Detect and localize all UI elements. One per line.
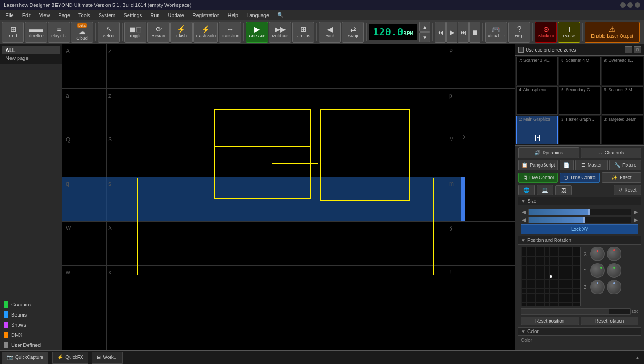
dynamics-tab[interactable]: 🔊 Dynamics [518,147,579,158]
x-knob-1[interactable] [590,247,605,261]
scanner-cell-2[interactable]: 2: Raster Graph... [559,116,600,144]
position-canvas[interactable] [521,247,581,306]
scanner-cell-1[interactable]: 1: Main Graphics [ - ] [516,116,558,144]
transport-next-icon[interactable]: ⏭ [458,22,469,43]
zone-minimize-btn[interactable]: _ [625,46,632,53]
reset-position-button[interactable]: Reset position [521,317,579,325]
scanner-cell-5[interactable]: 5: Secondary G... [559,86,600,115]
enable-laser-button[interactable]: ⚠ Enable Laser Output [585,22,640,43]
flash-solo-button[interactable]: ⚡ Flash-Solo [193,22,218,43]
menu-settings[interactable]: Settings [120,12,146,19]
scanner-cell-3[interactable]: 3: Targeted Beam [602,116,643,144]
sidebar-item-shows[interactable]: Shows [0,320,62,330]
grid-button[interactable]: ⊞ Grid [2,22,24,43]
cloud-button[interactable]: beta ☁ Cloud [71,22,93,43]
groups-button[interactable]: ⊞ Groups [292,22,314,43]
quick-fx-tab[interactable]: ⚡ QuickFX [52,352,88,364]
lock-xy-button[interactable]: Lock XY [521,224,638,234]
size-slider-2-thumb[interactable] [583,217,585,223]
size-section-header[interactable]: ▼ Size [518,197,641,205]
select-button[interactable]: ↖ Select [98,22,120,43]
bottom-arrow-icon[interactable]: ▲ [633,353,642,362]
close-btn[interactable] [635,2,640,8]
pause-button[interactable]: ⏸ Pause [558,22,580,43]
channels-tab[interactable]: ↔ Channels [581,148,642,158]
transition-button[interactable]: ↔ Transition [219,22,241,43]
swap-button[interactable]: ⇄ Swap [342,22,364,43]
restart-button[interactable]: ⟳ Restart [147,22,170,43]
reset-btn[interactable]: ↺ Reset [614,185,641,195]
globe-btn[interactable]: 🌐 [518,185,535,195]
size-slider-1[interactable] [528,209,631,215]
menu-view[interactable]: View [35,12,54,19]
sidebar-item-graphics[interactable]: Graphics [0,299,62,310]
menu-page[interactable]: Page [54,12,74,19]
center-grid[interactable]: A Z a z Q S q s W X w x P p M m § ! Σ [62,44,515,350]
sidebar-item-beams[interactable]: Beams [0,310,62,320]
zone-expand-btn[interactable]: □ [634,46,641,53]
multi-cue-button[interactable]: ▶▶ Multi cue [269,22,291,43]
scanner-cell-8[interactable]: 8: Scanner 4 M... [559,57,600,85]
one-cue-button[interactable]: ▶ One Cue [246,22,268,43]
minimize-btn[interactable] [620,2,626,8]
x-knob-2[interactable] [607,247,621,261]
zone-checkbox[interactable] [518,47,524,53]
menu-update[interactable]: Update [164,12,187,19]
sidebar-new-page[interactable]: New page [2,54,60,62]
bpm-tap-icon[interactable]: ▲ [419,22,430,32]
flash-button[interactable]: ⚡ Flash [170,22,193,43]
size-slider-1-prev-icon[interactable]: ◀ [521,209,527,215]
bpm-down-icon[interactable]: ▼ [419,32,430,42]
menu-language[interactable]: Language [243,12,273,19]
menu-edit[interactable]: Edit [18,12,35,19]
size-slider-2-next-icon[interactable]: ▶ [633,217,638,223]
transport-prev-icon[interactable]: ⏮ [435,22,446,43]
live-control-tab[interactable]: 🎛 Live Control [518,173,558,183]
menu-registration[interactable]: Registration [189,12,223,19]
fixture-tab[interactable]: 🔧 Fixture [609,160,641,170]
sidebar-all[interactable]: ALL [2,46,60,54]
transport-stop-icon[interactable]: ⏹ [469,22,480,43]
scanner-cell-4[interactable]: 4: Atmospheric ... [516,86,558,115]
doc-btn[interactable]: 📄 [560,160,574,170]
menu-tools[interactable]: Tools [75,12,94,19]
reset-rotation-button[interactable]: Reset rotation [581,317,639,325]
scanner-cell-9[interactable]: 9: Overhead s... [602,57,643,85]
size-slider-1-thumb[interactable] [588,209,590,215]
blackout-button[interactable]: ⊗ Blackout [535,22,557,43]
image-btn[interactable]: 🖼 [555,185,572,195]
size-slider-2-prev-icon[interactable]: ◀ [521,217,527,223]
y-knob-1[interactable] [590,263,605,278]
menu-file[interactable]: File [2,12,18,19]
z-knob-2[interactable] [607,280,621,294]
y-knob-2[interactable] [607,263,621,278]
scanner-cell-6[interactable]: 6: Scanner 2 M... [602,86,643,115]
menu-system[interactable]: System [95,12,119,19]
workspace-tab[interactable]: ⊞ Work... [92,352,122,364]
pixel-slider[interactable] [521,308,631,315]
size-slider-2[interactable] [528,217,631,223]
position-section-header[interactable]: ▼ Position and Rotation [518,236,641,245]
quick-capture-tab[interactable]: 📷 QuickCapture [2,352,48,364]
effect-tab[interactable]: ✨ Effect [602,172,641,183]
maximize-btn[interactable] [627,2,633,8]
time-control-tab[interactable]: ⏱ Time Control [560,173,599,183]
master-tab[interactable]: ☰ Master [575,160,607,170]
transport-play-icon[interactable]: ▶ [446,22,457,43]
help-button[interactable]: ? Help [508,22,530,43]
sidebar-item-dmx[interactable]: DMX [0,330,62,340]
virtual-lj-button[interactable]: 🎮 Virtual LJ [485,22,507,43]
menu-run[interactable]: Run [146,12,163,19]
toggle-button[interactable]: ◼◻ Toggle [124,22,146,43]
menu-search-icon[interactable]: 🔍 [274,11,287,19]
screen-btn[interactable]: 💻 [537,185,553,195]
z-knob-1[interactable] [590,280,605,294]
playlist-button[interactable]: ≡ Play List [48,22,70,43]
pangoscript-tab[interactable]: 📋 PangoScript [518,160,558,170]
menu-help[interactable]: Help [224,12,242,19]
size-slider-1-next-icon[interactable]: ▶ [633,209,638,215]
color-section-header[interactable]: ▼ Color [518,328,641,336]
scanner-cell-7[interactable]: 7: Scanner 3 M... [516,57,558,85]
timeline-button[interactable]: ▬▬ Timeline [25,22,47,43]
sidebar-item-user-defined[interactable]: User Defined [0,340,62,350]
